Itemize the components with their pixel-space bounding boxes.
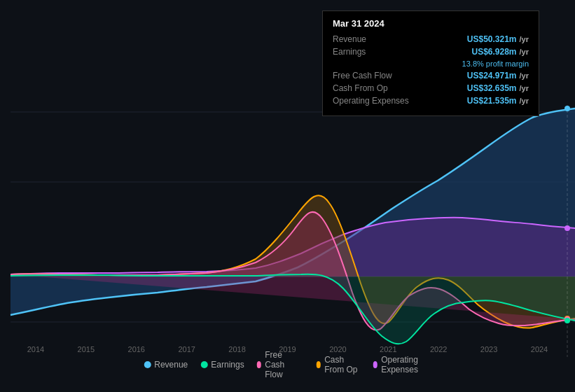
tooltip-revenue-label: Revenue: [333, 34, 417, 44]
tooltip-revenue-row: Revenue US$50.321m/yr: [333, 34, 529, 44]
x-label-2022: 2022: [430, 345, 447, 354]
tooltip-fcf-label: Free Cash Flow: [333, 71, 417, 80]
legend-dot-fcf: [257, 361, 262, 368]
tooltip-fcf-value: US$24.971m/yr: [467, 71, 529, 80]
tooltip-opex-label: Operating Expenses: [333, 96, 417, 106]
tooltip-fcf-row: Free Cash Flow US$24.971m/yr: [333, 71, 529, 80]
tooltip-earnings-row: Earnings US$6.928m/yr: [333, 47, 529, 57]
tooltip-earnings-label: Earnings: [333, 47, 417, 57]
tooltip-opex-row: Operating Expenses US$21.535m/yr: [333, 96, 529, 106]
legend-label-revenue: Revenue: [154, 360, 188, 370]
tooltip-box: Mar 31 2024 Revenue US$50.321m/yr Earnin…: [322, 10, 539, 116]
profit-margin-value: 13.8% profit margin: [462, 59, 529, 68]
legend-label-earnings: Earnings: [211, 360, 244, 370]
svg-point-8: [564, 225, 570, 231]
chart-container: Mar 31 2024 Revenue US$50.321m/yr Earnin…: [0, 0, 575, 392]
svg-point-7: [564, 106, 570, 111]
legend-dot-opex: [373, 361, 378, 368]
legend-dot-revenue: [144, 361, 151, 368]
legend-operating-expenses[interactable]: Operating Expenses: [373, 355, 431, 374]
x-label-2014: 2014: [27, 345, 44, 354]
legend-label-fcf: Free Cash Flow: [265, 350, 303, 379]
legend-cash-from-op[interactable]: Cash From Op: [317, 355, 361, 374]
tooltip-cfo-row: Cash From Op US$32.635m/yr: [333, 83, 529, 93]
legend-dot-cfo: [317, 361, 321, 368]
legend-free-cash-flow[interactable]: Free Cash Flow: [257, 350, 304, 379]
tooltip-cfo-label: Cash From Op: [333, 83, 417, 93]
legend-dot-earnings: [200, 361, 207, 368]
legend-revenue[interactable]: Revenue: [144, 360, 188, 370]
legend-earnings[interactable]: Earnings: [200, 360, 244, 370]
legend-label-opex: Operating Expenses: [381, 355, 431, 374]
tooltip-date: Mar 31 2024: [333, 18, 529, 29]
x-label-2016: 2016: [128, 345, 145, 354]
profit-margin-row: 13.8% profit margin: [333, 59, 529, 68]
x-label-2024: 2024: [531, 345, 548, 354]
tooltip-revenue-value: US$50.321m/yr: [467, 34, 529, 44]
chart-legend: Revenue Earnings Free Cash Flow Cash Fro…: [144, 350, 431, 379]
tooltip-opex-value: US$21.535m/yr: [467, 96, 529, 106]
tooltip-earnings-value: US$6.928m/yr: [471, 47, 529, 57]
svg-point-11: [564, 318, 570, 323]
chart-svg: [0, 105, 575, 357]
tooltip-cfo-value: US$32.635m/yr: [467, 83, 529, 93]
x-label-2015: 2015: [78, 345, 95, 354]
x-label-2023: 2023: [480, 345, 497, 354]
legend-label-cfo: Cash From Op: [324, 355, 360, 374]
